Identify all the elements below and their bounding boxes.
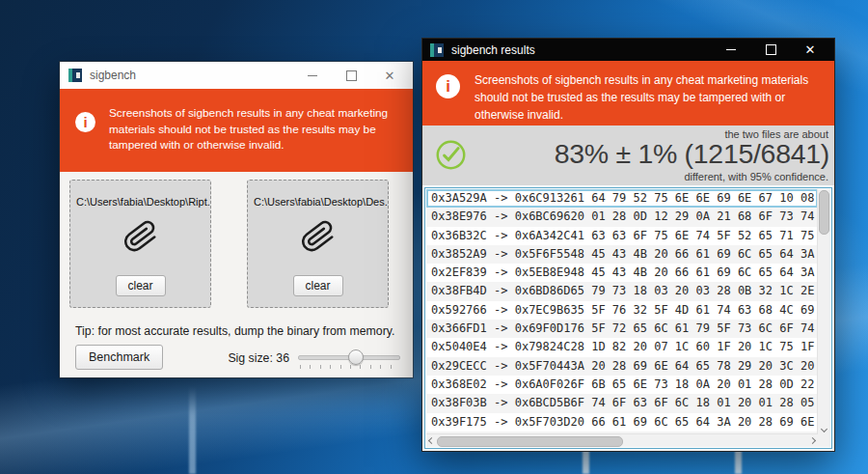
tip-text: Tip: for most accurate results, dump the… — [75, 324, 394, 338]
warning-text: Screenshots of sigbench results in any c… — [475, 70, 814, 125]
chevron-right-icon[interactable] — [809, 437, 816, 444]
close-button[interactable]: ✕ — [383, 69, 396, 82]
clear-button[interactable]: clear — [115, 275, 165, 296]
slider-ticks — [300, 365, 399, 369]
chevron-left-icon[interactable] — [428, 437, 435, 444]
maximize-button[interactable] — [344, 69, 358, 82]
hex-row[interactable]: 0x368E02 -> 0x6A0F026F 6B 65 6E 73 18 0A… — [426, 376, 818, 394]
minimize-button[interactable] — [724, 43, 738, 57]
window-title: sigbench — [90, 69, 136, 82]
sig-size-value: 36 — [276, 351, 289, 365]
slider-thumb[interactable] — [348, 349, 364, 365]
result-panel: the two files are about 83% ± 1% (1215/6… — [422, 125, 834, 185]
app-icon — [430, 43, 444, 57]
hex-row[interactable]: 0x592766 -> 0x7EC9B635 5F 76 32 5F 4D 61… — [426, 301, 818, 320]
minimize-icon — [726, 49, 736, 50]
desktop-wallpaper: sigbench ✕ i Screenshots of sigbench res… — [0, 0, 868, 474]
hex-row[interactable]: 0x366FD1 -> 0x69F0D176 5F 72 65 6C 61 79… — [426, 320, 818, 338]
sigbench-window: sigbench ✕ i Screenshots of sigbench res… — [60, 62, 413, 377]
check-circle-icon — [435, 139, 467, 175]
warning-banner: i Screenshots of sigbench results in any… — [422, 61, 834, 125]
hex-row[interactable]: 0x38F03B -> 0x6BCD5B6F 74 6F 63 6F 6C 18… — [426, 394, 818, 412]
benchmark-button[interactable]: Benchmark — [75, 345, 163, 370]
hex-rows: 0x3A529A -> 0x6C913261 64 79 52 75 6E 6E… — [426, 189, 818, 434]
paperclip-icon — [248, 219, 388, 254]
minimize-icon — [308, 75, 317, 76]
close-button[interactable]: ✕ — [803, 43, 817, 57]
titlebar[interactable]: sigbench results ✕ — [422, 39, 834, 61]
hex-row[interactable]: 0x29CECC -> 0x5F70443A 20 28 69 6E 64 65… — [426, 357, 818, 376]
horizontal-scrollbar[interactable] — [426, 433, 818, 447]
maximize-button[interactable] — [764, 43, 777, 57]
hex-list-container: 0x3A529A -> 0x6C913261 64 79 52 75 6E 6E… — [422, 185, 834, 451]
vertical-scrollbar-thumb[interactable] — [819, 190, 829, 235]
file-path: C:\Users\fabia\Desktop\Ript... — [70, 196, 210, 208]
hex-row[interactable]: 0x39F175 -> 0x5F703D20 66 61 69 6C 65 64… — [426, 413, 818, 432]
hex-row[interactable]: 0x38FB4D -> 0x6BD86D65 79 73 18 03 20 03… — [426, 282, 818, 300]
sigbench-results-window: sigbench results ✕ i Screenshots of sigb… — [421, 38, 835, 452]
hex-row[interactable]: 0x5040E4 -> 0x79824C28 1D 82 20 07 1C 60… — [426, 338, 818, 356]
close-icon: ✕ — [805, 43, 816, 56]
minimize-button[interactable] — [306, 69, 319, 82]
close-icon: ✕ — [385, 70, 395, 82]
maximize-icon — [346, 70, 357, 81]
hex-row[interactable]: 0x3A529A -> 0x6C913261 64 79 52 75 6E 6E… — [426, 189, 818, 208]
hex-list[interactable]: 0x3A529A -> 0x6C913261 64 79 52 75 6E 6E… — [424, 187, 832, 449]
warning-banner: i Screenshots of sigbench results in any… — [60, 89, 413, 172]
result-headline: 83% ± 1% (1215/6841) — [555, 138, 829, 170]
chevron-down-icon[interactable] — [821, 426, 827, 432]
file-path: C:\Users\fabia\Desktop\Des... — [248, 196, 388, 208]
result-note-bottom: different, with 95% confidence. — [684, 171, 828, 182]
wallpaper-light-bar — [189, 386, 196, 474]
hex-row[interactable]: 0x3852A9 -> 0x5F6F5548 45 43 4B 20 66 61… — [426, 245, 818, 264]
app-icon — [68, 69, 82, 82]
info-icon: i — [436, 74, 460, 98]
maximize-icon — [766, 44, 776, 55]
warning-text: Screenshots of sigbench results in any c… — [109, 100, 398, 172]
paperclip-icon — [70, 219, 210, 254]
hex-row[interactable]: 0x38E976 -> 0x6BC69620 01 28 0D 12 29 0A… — [426, 208, 818, 226]
window-title: sigbench results — [451, 43, 535, 57]
titlebar[interactable]: sigbench ✕ — [60, 62, 413, 89]
file-dropzone-1[interactable]: C:\Users\fabia\Desktop\Ript... clear — [69, 180, 211, 308]
scrollbar-corner — [818, 434, 830, 447]
horizontal-scrollbar-thumb[interactable] — [437, 436, 623, 447]
file-dropzone-2[interactable]: C:\Users\fabia\Desktop\Des... clear — [247, 180, 389, 308]
info-icon: i — [75, 112, 95, 132]
sig-size-label: Sig size: 36 — [228, 351, 289, 365]
sig-size-slider[interactable] — [298, 349, 400, 371]
clear-button[interactable]: clear — [292, 275, 342, 296]
sig-size-control: Sig size: 36 — [228, 349, 400, 371]
hex-row[interactable]: 0x2EF839 -> 0x5EB8E948 45 43 4B 20 66 61… — [426, 264, 818, 282]
window-content: C:\Users\fabia\Desktop\Ript... clear C:\… — [60, 172, 413, 377]
vertical-scrollbar[interactable] — [817, 189, 830, 434]
hex-row[interactable]: 0x36B32C -> 0x6A342C41 63 63 6F 75 6E 74… — [426, 227, 818, 245]
